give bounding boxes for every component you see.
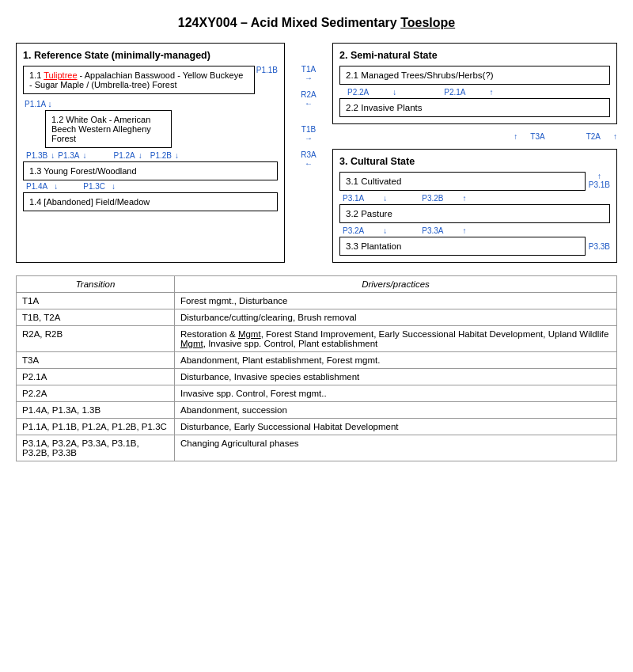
table-row-drivers: Disturbance, Invasive species establishm… [175, 369, 617, 385]
box-1-2: 1.2 White Oak - American Beech Western A… [45, 110, 172, 148]
t3a-label: T3A [530, 132, 544, 141]
state3-row2-arrows: P3.2A ↓ P3.3A ↑ [343, 226, 607, 235]
table-row-drivers: Restoration & Mgmt, Forest Stand Improve… [175, 326, 617, 352]
table-row-transition: T1B, T2A [17, 309, 175, 326]
box-2-1: 2.1 Managed Trees/Shrubs/Herbs(?) [339, 66, 610, 85]
table-row-drivers: Disturbance/cutting/clearing, Brush remo… [175, 309, 617, 326]
transition-table: Transition Drivers/practices T1AForest m… [16, 275, 617, 461]
table-row-drivers: Abandonment, Plant establishment, Forest… [175, 352, 617, 369]
p33a-label: P3.3A [422, 226, 443, 235]
t2a-label: T2A [586, 132, 601, 141]
box-1-3: 1.3 Young Forest/Woodland [23, 161, 278, 180]
p21a-label: P2.1A [444, 88, 465, 97]
box-3-3: 3.3 Plantation [339, 237, 586, 256]
table-row-transition: T3A [17, 352, 175, 369]
t1b-label: T1B → [301, 125, 316, 142]
table-row-drivers: Invasive spp. Control, Forest mgmt.. [175, 385, 617, 402]
p22a-label: P2.2A [347, 88, 369, 97]
p33b-label: P3.3B [589, 242, 610, 251]
box-2-2: 2.2 Invasive Plants [339, 98, 610, 117]
table-header-transition: Transition [17, 276, 175, 293]
tuliptree-link: Tuliptree [44, 70, 77, 80]
state2-box: 2. Semi-natural State 2.1 Managed Trees/… [332, 43, 617, 124]
p32b-label: P3.2B [422, 194, 443, 203]
table-row-drivers: Abandonment, succession [175, 402, 617, 419]
p12a-label: P1.2A [114, 151, 135, 160]
table-row-drivers: Changing Agricultural phases [175, 435, 617, 461]
t3a-t2a-row: ↑ T3A T2A ↑ [332, 132, 617, 141]
p13a-label: P1.3A [58, 151, 79, 160]
p13c-label: P1.3C [83, 182, 105, 191]
state3-title: 3. Cultural State [339, 156, 610, 167]
page-title: 124XY004 – Acid Mixed Sedimentary Toeslo… [16, 16, 617, 30]
state3-row1-arrows: P3.1A ↓ P3.2B ↑ [343, 194, 582, 203]
p14a-label: P1.4A [26, 182, 47, 191]
table-row-transition: P2.2A [17, 385, 175, 402]
p13b-label: P1.3B [26, 151, 47, 160]
box-3-1: 3.1 Cultivated [339, 172, 586, 191]
box-1-4: 1.4 [Abandoned] Field/Meadow [23, 192, 278, 211]
p31a-label: P3.1A [343, 194, 364, 203]
table-row-transition: P2.1A [17, 369, 175, 385]
t1a-label: T1A → [301, 65, 316, 82]
r3a-label: R3A ← [301, 150, 316, 168]
p32a-label: P3.2A [343, 226, 364, 235]
table-row-transition: R2A, R2B [17, 326, 175, 352]
transition-labels-col: T1A → R2A ← T1B → R3A ← [294, 43, 323, 263]
state1-box: 1. Reference State (minimally-managed) 1… [16, 43, 285, 263]
box-3-2: 3.2 Pasture [339, 204, 610, 223]
p11b-label: P1.1B [256, 66, 278, 74]
state2-arrows-row: P2.2A ↓ P2.1A ↑ [339, 88, 610, 97]
state2-title: 2. Semi-natural State [339, 50, 610, 61]
p31b-label: ↑ P3.1B [589, 172, 610, 189]
p11a-label: P1.1A [25, 100, 46, 108]
p12b-label: P1.2B [150, 151, 172, 160]
table-row-transition: P1.1A, P1.1B, P1.2A, P1.2B, P1.3C [17, 419, 175, 435]
table-header-drivers: Drivers/practices [175, 276, 617, 293]
table-row-drivers: Disturbance, Early Successional Habitat … [175, 419, 617, 435]
table-row-transition: P3.1A, P3.2A, P3.3A, P3.1B, P3.2B, P3.3B [17, 435, 175, 461]
table-row-drivers: Forest mgmt., Disturbance [175, 293, 617, 309]
box-1-1: 1.1 Tuliptree - Appalachian Basswood - Y… [23, 66, 255, 94]
right-col: 2. Semi-natural State 2.1 Managed Trees/… [332, 43, 617, 263]
state1-title: 1. Reference State (minimally-managed) [23, 50, 278, 61]
r2a-label: R2A ← [301, 90, 316, 108]
table-row-transition: T1A [17, 293, 175, 309]
table-row-transition: P1.4A, P1.3A, 1.3B [17, 402, 175, 419]
state3-box: 3. Cultural State 3.1 Cultivated P3.1A ↓… [332, 149, 617, 263]
diagram-area: 1. Reference State (minimally-managed) 1… [16, 43, 617, 263]
